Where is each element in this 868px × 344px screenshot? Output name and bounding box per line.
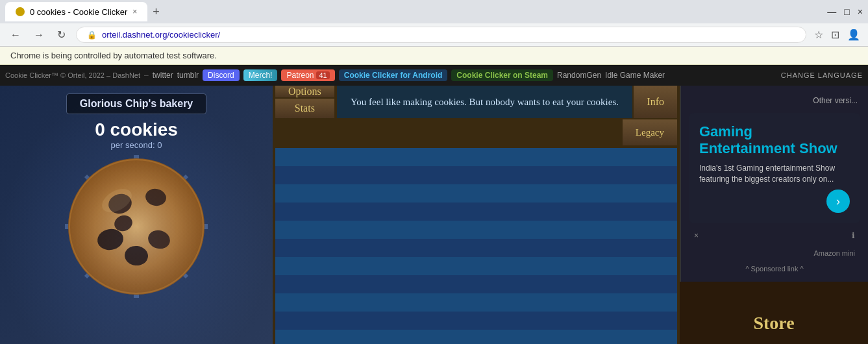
- svg-point-9: [68, 158, 205, 295]
- twitter-link[interactable]: twitter: [153, 71, 173, 80]
- svg-point-16: [112, 213, 135, 234]
- zoom-icon[interactable]: ⊡: [831, 29, 839, 41]
- game-main: Glorious Chip's bakery 0 cookies per sec…: [0, 86, 868, 344]
- tab-bar: 0 cookies - Cookie Clicker × +: [5, 2, 822, 21]
- ad-info-icon[interactable]: ℹ: [852, 231, 855, 240]
- back-button[interactable]: ←: [8, 27, 23, 43]
- patreon-label: Patreon: [286, 71, 314, 80]
- ad-arrow-button[interactable]: ›: [826, 190, 850, 213]
- address-bar: ← → ↻ 🔒 orteil.dashnet.org/cookieclicker…: [0, 23, 868, 47]
- ad-bottom-bar: × ℹ: [689, 228, 860, 243]
- automation-notice: Chrome is being controlled by automated …: [0, 47, 868, 65]
- svg-line-5: [110, 165, 162, 288]
- android-link[interactable]: Cookie Clicker for Android: [339, 69, 448, 81]
- url-input[interactable]: 🔒 orteil.dashnet.org/cookieclicker/: [76, 27, 806, 43]
- other-version-text: Other versi...: [689, 93, 860, 108]
- ad-description: India's 1st Gaming entertainment Show fe…: [699, 163, 850, 185]
- close-button[interactable]: ×: [858, 6, 863, 17]
- new-tab-button[interactable]: +: [147, 3, 165, 21]
- legacy-spacer: [275, 119, 621, 145]
- browser-window-controls: — □ ×: [827, 6, 863, 17]
- discord-button[interactable]: Discord: [203, 69, 240, 81]
- per-second: per second: 0: [111, 140, 162, 150]
- svg-line-4: [75, 201, 198, 252]
- idle-link[interactable]: Idle Game Maker: [605, 71, 665, 80]
- browser-titlebar: 0 cookies - Cookie Clicker × + — □ ×: [0, 0, 868, 23]
- shop-area: [275, 145, 677, 344]
- ad-card: Gaming Entertainment Show India's 1st Ga…: [689, 113, 860, 223]
- tab-favicon: [16, 7, 25, 16]
- game-title: Cookie Clicker™ © Orteil, 2022 – DashNet: [5, 71, 140, 79]
- game-navbar: Cookie Clicker™ © Orteil, 2022 – DashNet…: [0, 65, 868, 86]
- cookie-count: 0 cookies: [95, 119, 178, 140]
- game-middle-panel: Options Stats You feel like making cooki…: [273, 86, 680, 344]
- game-left-panel: Glorious Chip's bakery 0 cookies per sec…: [0, 86, 273, 344]
- minimize-button[interactable]: —: [827, 6, 836, 17]
- reload-button[interactable]: ↻: [55, 26, 68, 43]
- address-bar-actions: ☆ ⊡ 👤: [814, 29, 860, 41]
- patreon-count: 41: [316, 71, 329, 79]
- svg-point-15: [124, 245, 149, 266]
- svg-line-7: [110, 165, 162, 288]
- options-button[interactable]: Options: [275, 86, 336, 97]
- svg-line-3: [86, 176, 187, 277]
- store-area: Store: [680, 282, 868, 344]
- ad-panel: Other versi... Gaming Entertainment Show…: [680, 86, 868, 282]
- patreon-button[interactable]: Patreon 41: [281, 69, 334, 81]
- svg-line-2: [86, 176, 187, 277]
- message-area: You feel like making cookies. But nobody…: [336, 86, 633, 118]
- ad-close-button[interactable]: ×: [694, 231, 699, 240]
- maximize-button[interactable]: □: [844, 6, 849, 17]
- store-title: Store: [753, 313, 794, 334]
- svg-point-11: [106, 191, 134, 216]
- svg-line-6: [75, 201, 198, 252]
- svg-point-13: [96, 227, 125, 252]
- game-top-bar: Options Stats You feel like making cooki…: [275, 86, 677, 118]
- change-language-link[interactable]: Change language: [781, 71, 863, 79]
- svg-point-12: [144, 187, 167, 207]
- svg-point-14: [146, 228, 172, 251]
- stats-button[interactable]: Stats: [275, 99, 336, 118]
- tumblr-link[interactable]: tumblr: [177, 71, 199, 80]
- bakery-name: Glorious Chip's bakery: [66, 93, 207, 114]
- svg-point-10: [69, 160, 203, 293]
- forward-button[interactable]: →: [31, 27, 47, 43]
- ad-title: Gaming Entertainment Show: [699, 123, 850, 158]
- cookie-button[interactable]: [65, 155, 208, 298]
- bookmark-icon[interactable]: ☆: [814, 29, 823, 41]
- info-button[interactable]: Info: [632, 86, 677, 118]
- legacy-button[interactable]: Legacy: [621, 119, 677, 145]
- browser-tab[interactable]: 0 cookies - Cookie Clicker ×: [5, 2, 147, 21]
- url-text: orteil.dashnet.org/cookieclicker/: [102, 30, 795, 40]
- svg-point-17: [98, 184, 136, 217]
- tab-title: 0 cookies - Cookie Clicker: [30, 7, 127, 17]
- sponsored-text: ^ Sponsored link ^: [689, 264, 860, 274]
- profile-icon[interactable]: 👤: [847, 29, 860, 41]
- randomgen-link[interactable]: RandomGen: [557, 71, 601, 80]
- amazon-label: Amazon mini: [689, 248, 860, 258]
- legacy-row: Legacy: [275, 119, 677, 145]
- svg-point-8: [68, 158, 205, 295]
- merch-button[interactable]: Merch!: [243, 69, 278, 81]
- game-right-panel: Other versi... Gaming Entertainment Show…: [680, 86, 868, 344]
- game-message: You feel like making cookies. But nobody…: [351, 97, 619, 108]
- lock-icon: 🔒: [87, 31, 97, 40]
- steam-link[interactable]: Cookie Clicker on Steam: [451, 69, 553, 81]
- tab-close-btn[interactable]: ×: [132, 7, 137, 16]
